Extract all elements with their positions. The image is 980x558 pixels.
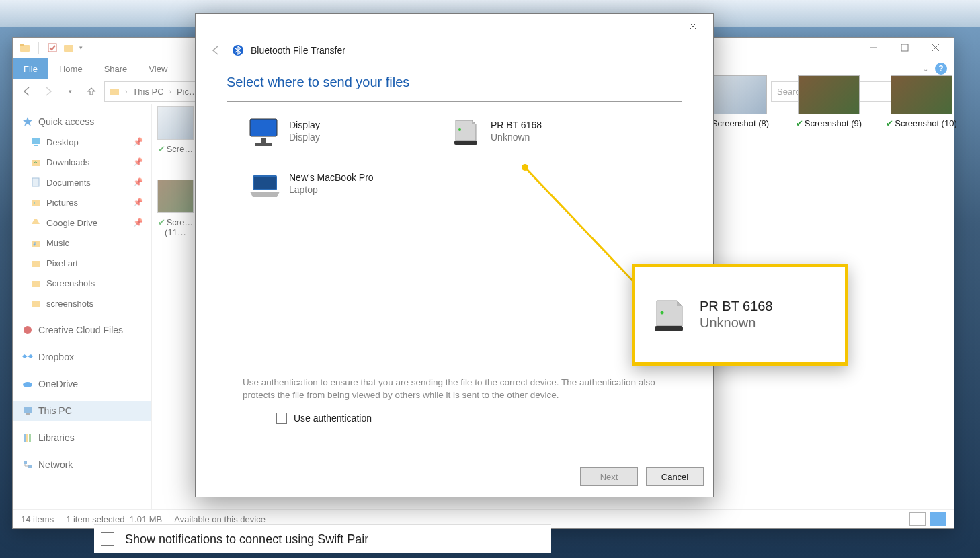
- file-label: Screenshot (9): [805, 118, 862, 128]
- file-thumb[interactable]: ✔Screenshot (10): [885, 75, 958, 128]
- dialog-foot: Next Cancel: [580, 467, 704, 486]
- dialog-heading: Select where to send your files: [196, 75, 713, 101]
- annotation-callout: PR BT 6168 Unknown: [632, 264, 848, 366]
- svg-rect-41: [254, 177, 276, 189]
- auth-row[interactable]: Use authentication: [196, 406, 713, 430]
- file-label: Screenshot (10): [895, 118, 957, 128]
- thumb-row-right: ✔Screenshot (8) ✔Screenshot (9) ✔Screens…: [699, 75, 958, 128]
- cancel-button[interactable]: Cancel: [646, 467, 704, 486]
- dialog-header: Bluetooth File Transfer: [196, 38, 713, 75]
- device-display[interactable]: DisplayDisplay: [247, 115, 422, 147]
- file-label: Screenshot (8): [712, 118, 769, 128]
- svg-rect-36: [261, 138, 266, 143]
- callout-type: Unknown: [700, 315, 773, 331]
- device-name: PR BT 6168: [491, 120, 542, 130]
- auth-note: Use authentication to ensure that you ar…: [196, 364, 713, 406]
- device-type: Unknown: [491, 132, 542, 143]
- bluetooth-icon: [232, 45, 243, 56]
- monitor-icon: [247, 115, 280, 147]
- svg-rect-34: [250, 119, 277, 136]
- swift-pair-checkbox[interactable]: [101, 532, 114, 546]
- laptop-icon: [247, 167, 280, 200]
- device-pr-bt-6168[interactable]: PR BT 6168Unknown: [449, 115, 624, 147]
- svg-rect-45: [655, 326, 683, 331]
- dialog-titlebar[interactable]: [196, 14, 713, 38]
- callout-name: PR BT 6168: [700, 298, 773, 314]
- device-type: Laptop: [289, 184, 374, 195]
- next-button[interactable]: Next: [580, 467, 638, 486]
- bluetooth-transfer-dialog: Bluetooth File Transfer Select where to …: [195, 13, 714, 497]
- dialog-title: Bluetooth File Transfer: [251, 45, 345, 56]
- device-name: New's MacBook Pro: [289, 172, 374, 183]
- svg-rect-39: [454, 141, 477, 145]
- device-macbook[interactable]: New's MacBook ProLaptop: [247, 167, 422, 200]
- sync-icon: ✔: [886, 118, 893, 128]
- svg-point-38: [458, 128, 461, 131]
- device-type: Display: [289, 132, 320, 143]
- back-button[interactable]: [208, 42, 224, 58]
- svg-rect-37: [255, 143, 272, 146]
- sync-icon: ✔: [796, 118, 803, 128]
- device-name: Display: [289, 120, 320, 130]
- device-list: DisplayDisplay PR BT 6168Unknown New's M…: [227, 101, 682, 364]
- auth-label: Use authentication: [294, 413, 372, 424]
- close-button[interactable]: [680, 17, 706, 36]
- unknown-device-icon: [449, 115, 481, 147]
- svg-point-44: [661, 311, 664, 315]
- unknown-device-icon: [649, 295, 688, 334]
- file-thumb[interactable]: ✔Screenshot (9): [792, 75, 866, 128]
- swift-pair-label: Show notifications to connect using Swif…: [125, 532, 368, 547]
- swift-pair-row[interactable]: Show notifications to connect using Swif…: [94, 524, 551, 553]
- auth-checkbox[interactable]: [276, 413, 287, 424]
